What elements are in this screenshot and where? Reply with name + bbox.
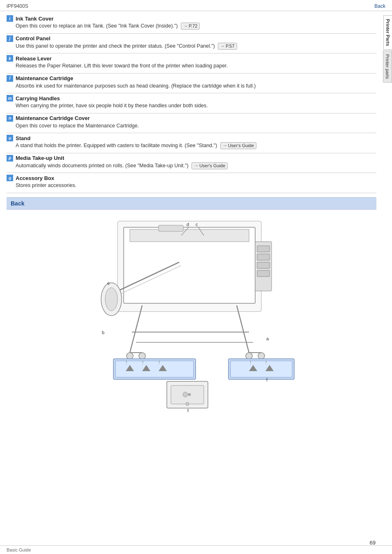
svg-point-18 xyxy=(258,353,265,359)
item-title: Carrying Handles xyxy=(16,95,60,102)
item-letter: j xyxy=(7,35,13,42)
item-letter: m xyxy=(7,95,13,102)
item-desc: Open this cover to replace the Maintenan… xyxy=(7,122,376,130)
page-badge[interactable]: →User's Guide xyxy=(191,162,228,169)
svg-text:f: f xyxy=(187,408,189,413)
right-tabs: Printer Parts Printer parts xyxy=(383,11,392,422)
divider xyxy=(7,113,376,113)
tab-printer-parts-2[interactable]: Printer parts xyxy=(383,51,392,83)
model-label: iPF9400S xyxy=(7,3,28,9)
item-desc: Use this panel to operate the printer an… xyxy=(7,43,376,50)
item-desc: Open this cover to replace an Ink Tank. … xyxy=(7,23,376,30)
divider xyxy=(7,193,376,193)
list-item: iInk Tank CoverOpen this cover to replac… xyxy=(7,15,376,31)
svg-point-17 xyxy=(246,353,252,359)
item-desc: Releases the Paper Retainer. Lift this l… xyxy=(7,62,376,70)
item-header: qAccessory Box xyxy=(7,175,376,181)
item-header: iInk Tank Cover xyxy=(7,15,376,22)
item-desc: Absorbs ink used for maintenance purpose… xyxy=(7,83,376,90)
svg-text:↑: ↑ xyxy=(125,359,128,365)
svg-text:a: a xyxy=(266,336,269,341)
svg-text:↑: ↑ xyxy=(265,359,267,365)
svg-rect-2 xyxy=(130,229,249,242)
item-title: Stand xyxy=(16,135,30,141)
divider xyxy=(7,73,376,74)
diagram-area: d c b e a f f ↑ ↑ ↑ xyxy=(7,213,376,418)
item-letter: k xyxy=(7,55,13,62)
item-title: Maintenance Cartridge Cover xyxy=(16,115,90,121)
item-header: kRelease Lever xyxy=(7,55,376,62)
svg-point-30 xyxy=(183,392,188,397)
page-badge[interactable]: →P.57 xyxy=(218,43,237,50)
item-letter: o xyxy=(7,135,13,141)
svg-text:e: e xyxy=(107,281,110,286)
item-letter: p xyxy=(7,155,13,162)
page-badge[interactable]: →P.72 xyxy=(181,23,200,30)
item-title: Media Take-up Unit xyxy=(16,155,64,161)
item-header: pMedia Take-up Unit xyxy=(7,155,376,162)
tab-printer-parts[interactable]: Printer Parts xyxy=(383,15,392,50)
divider xyxy=(7,33,376,34)
back-section-header: Back xyxy=(7,197,376,210)
svg-rect-5 xyxy=(257,246,270,252)
item-desc: Stores printer accessories. xyxy=(7,182,376,189)
item-desc: Automatically winds documents printed on… xyxy=(7,162,376,170)
svg-text:c: c xyxy=(196,222,198,227)
content-area: iInk Tank CoverOpen this cover to replac… xyxy=(0,11,383,422)
back-link[interactable]: Back xyxy=(374,3,385,9)
svg-rect-3 xyxy=(159,225,183,231)
svg-text:↑: ↑ xyxy=(141,359,144,365)
page-header: iPF9400S Back xyxy=(0,0,392,11)
svg-rect-6 xyxy=(257,254,270,260)
main-content: iInk Tank CoverOpen this cover to replac… xyxy=(0,11,392,422)
item-header: nMaintenance Cartridge Cover xyxy=(7,115,376,122)
divider xyxy=(7,153,376,153)
svg-line-10 xyxy=(237,305,249,353)
page-footer: Basic Guide xyxy=(0,545,392,554)
svg-text:↑: ↑ xyxy=(249,359,252,365)
item-title: Maintenance Cartridge xyxy=(16,75,73,81)
item-desc: When carrying the printer, have six peop… xyxy=(7,102,376,110)
list-item: nMaintenance Cartridge CoverOpen this co… xyxy=(7,115,376,131)
svg-rect-25 xyxy=(231,361,292,377)
footer-left: Basic Guide xyxy=(7,547,31,552)
divider xyxy=(7,93,376,93)
list-item: lMaintenance CartridgeAbsorbs ink used f… xyxy=(7,75,376,91)
svg-text:b: b xyxy=(102,330,104,335)
list-item: jControl PanelUse this panel to operate … xyxy=(7,35,376,51)
list-item: mCarrying HandlesWhen carrying the print… xyxy=(7,95,376,111)
item-title: Control Panel xyxy=(16,35,51,42)
item-letter: i xyxy=(7,15,13,22)
item-header: lMaintenance Cartridge xyxy=(7,75,376,82)
svg-point-36 xyxy=(105,288,118,311)
svg-rect-7 xyxy=(257,262,270,268)
svg-text:↑: ↑ xyxy=(158,359,161,365)
page-badge[interactable]: →User's Guide xyxy=(220,142,256,149)
item-title: Release Lever xyxy=(16,55,51,62)
svg-point-15 xyxy=(127,353,133,359)
list-item: pMedia Take-up UnitAutomatically winds d… xyxy=(7,155,376,171)
list-item: oStandA stand that holds the printer. Eq… xyxy=(7,135,376,150)
items-list: iInk Tank CoverOpen this cover to replac… xyxy=(7,15,376,193)
item-letter: q xyxy=(7,175,13,181)
list-item: kRelease LeverReleases the Paper Retaine… xyxy=(7,55,376,71)
svg-point-16 xyxy=(139,353,145,359)
item-header: mCarrying Handles xyxy=(7,95,376,102)
item-desc: A stand that holds the printer. Equipped… xyxy=(7,142,376,150)
svg-text:d: d xyxy=(187,222,189,227)
item-title: Ink Tank Cover xyxy=(16,16,53,22)
svg-point-32 xyxy=(186,402,189,406)
item-letter: l xyxy=(7,75,13,82)
list-item: qAccessory BoxStores printer accessories… xyxy=(7,175,376,190)
item-title: Accessory Box xyxy=(16,175,54,181)
page-number: 69 xyxy=(370,540,376,546)
item-header: oStand xyxy=(7,135,376,141)
svg-rect-8 xyxy=(257,270,270,277)
divider xyxy=(7,53,376,53)
item-header: jControl Panel xyxy=(7,35,376,42)
printer-diagram: d c b e a f f ↑ ↑ ↑ xyxy=(76,217,307,414)
divider xyxy=(7,133,376,133)
divider xyxy=(7,173,376,173)
svg-line-9 xyxy=(130,305,142,353)
item-letter: n xyxy=(7,115,13,122)
